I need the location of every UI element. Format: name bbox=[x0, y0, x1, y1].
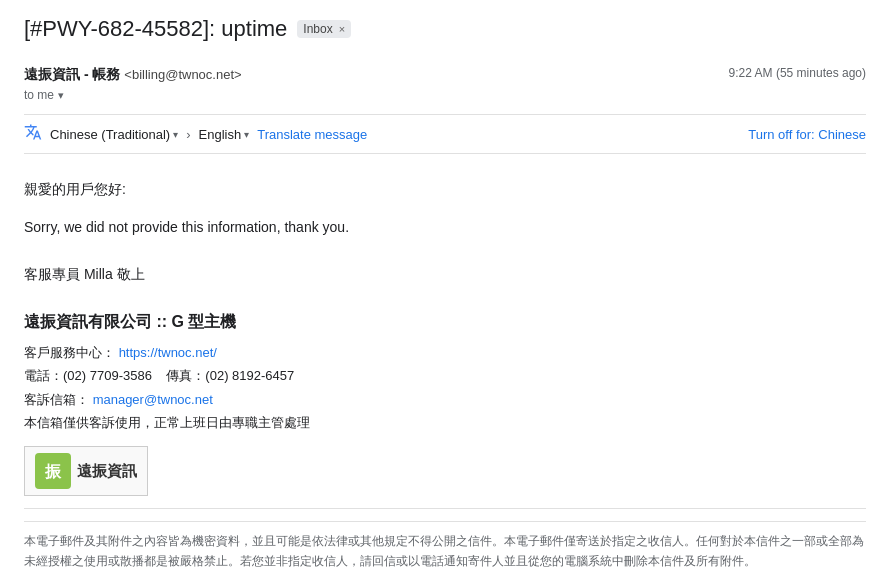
svg-text:振: 振 bbox=[44, 463, 62, 480]
to-row: to me ▾ bbox=[24, 88, 866, 102]
logo-area: 振 遠振資訊 bbox=[24, 446, 866, 496]
service-center-label: 客戶服務中心： bbox=[24, 345, 115, 360]
translate-message-link[interactable]: Translate message bbox=[257, 127, 367, 142]
logo-text: 遠振資訊 bbox=[77, 459, 137, 483]
disclaimer-text: 本電子郵件及其附件之內容皆為機密資料，並且可能是依法律或其他規定不得公開之信件。… bbox=[24, 521, 866, 570]
inbox-badge: Inbox × bbox=[297, 20, 351, 38]
fax-label: 傳真：(02) 8192-6457 bbox=[166, 368, 294, 383]
inbox-badge-close[interactable]: × bbox=[339, 23, 345, 35]
translate-icon bbox=[24, 123, 42, 145]
translation-bar: Chinese (Traditional) ▾ › English ▾ Tran… bbox=[24, 114, 866, 154]
company-details: 客戶服務中心： https://twnoc.net/ 電話：(02) 7709-… bbox=[24, 341, 866, 435]
sender-name: 遠振資訊 - 帳務 <billing@twnoc.net> bbox=[24, 66, 242, 84]
email-row: 客訴信箱： manager@twnoc.net bbox=[24, 388, 866, 411]
to-language-select[interactable]: English ▾ bbox=[199, 127, 250, 142]
sender-email: <billing@twnoc.net> bbox=[124, 67, 241, 82]
phone-fax-row: 電話：(02) 7709-3586 傳真：(02) 8192-6457 bbox=[24, 364, 866, 387]
email-greeting: 親愛的用戶您好: bbox=[24, 178, 866, 200]
to-label: to me bbox=[24, 88, 54, 102]
email-main-text: Sorry, we did not provide this informati… bbox=[24, 216, 866, 238]
inbox-badge-label: Inbox bbox=[303, 22, 332, 36]
recipient-chevron[interactable]: ▾ bbox=[58, 89, 64, 102]
service-center-row: 客戶服務中心： https://twnoc.net/ bbox=[24, 341, 866, 364]
subject-title: [#PWY-682-45582]: uptime bbox=[24, 16, 287, 42]
subject-line: [#PWY-682-45582]: uptime Inbox × bbox=[24, 16, 866, 50]
email-timestamp: 9:22 AM (55 minutes ago) bbox=[729, 66, 866, 80]
from-language-label: Chinese (Traditional) bbox=[50, 127, 170, 142]
sender-row: 遠振資訊 - 帳務 <billing@twnoc.net> 9:22 AM (5… bbox=[24, 66, 866, 84]
phone-label: 電話：(02) 7709-3586 bbox=[24, 368, 152, 383]
email-signature-name: 客服專員 Milla 敬上 bbox=[24, 263, 866, 285]
company-name: 遠振資訊有限公司 :: G 型主機 bbox=[24, 309, 866, 335]
translation-arrow: › bbox=[186, 127, 190, 142]
email-body: 親愛的用戶您好: Sorry, we did not provide this … bbox=[24, 170, 866, 579]
to-language-label: English bbox=[199, 127, 242, 142]
from-language-select[interactable]: Chinese (Traditional) ▾ bbox=[50, 127, 178, 142]
from-lang-dropdown-arrow: ▾ bbox=[173, 129, 178, 140]
signature-divider bbox=[24, 508, 866, 509]
to-lang-dropdown-arrow: ▾ bbox=[244, 129, 249, 140]
logo-icon: 振 bbox=[35, 453, 71, 489]
company-signature: 遠振資訊有限公司 :: G 型主機 客戶服務中心： https://twnoc.… bbox=[24, 309, 866, 496]
translation-left: Chinese (Traditional) ▾ › English ▾ Tran… bbox=[24, 123, 367, 145]
service-center-link[interactable]: https://twnoc.net/ bbox=[119, 345, 217, 360]
sender-display-name: 遠振資訊 - 帳務 bbox=[24, 66, 120, 82]
email-link[interactable]: manager@twnoc.net bbox=[93, 392, 213, 407]
logo-box: 振 遠振資訊 bbox=[24, 446, 148, 496]
sender-info: 遠振資訊 - 帳務 <billing@twnoc.net> bbox=[24, 66, 242, 84]
email-label: 客訴信箱： bbox=[24, 392, 89, 407]
turn-off-translation-link[interactable]: Turn off for: Chinese bbox=[748, 127, 866, 142]
email-container: [#PWY-682-45582]: uptime Inbox × 遠振資訊 - … bbox=[0, 0, 890, 581]
note-row: 本信箱僅供客訴使用，正常上班日由專職主管處理 bbox=[24, 411, 866, 434]
